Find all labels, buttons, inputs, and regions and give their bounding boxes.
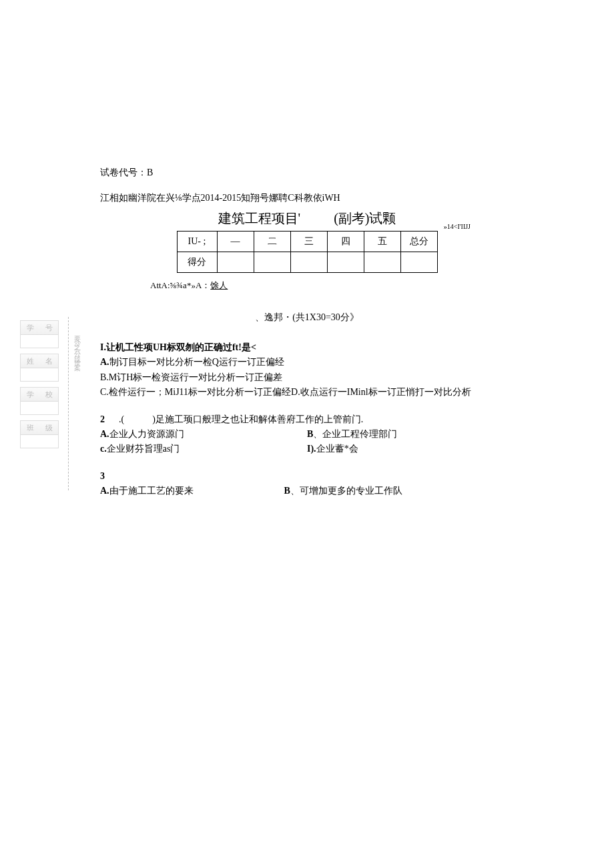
q3-num: 3 (100, 471, 105, 481)
table-cell: 四 (327, 232, 364, 252)
q1-optA: A.制订目标一对比分析一检Q运行一订正偏经 (100, 355, 514, 370)
option-text: 制订目标一对比分析一检Q运行一订正偏经 (109, 357, 284, 367)
question-2: 2 .( )足施工顼口般理之也让和解体善府工作的上管前门. A.企业人力资源源门… (100, 412, 514, 457)
table-cell (217, 252, 254, 273)
proposer-label: AttA:⅝¾a*»A： (150, 280, 210, 290)
table-cell: 三 (290, 232, 327, 252)
sidebar-label: 姓 (27, 356, 34, 366)
sidebar-blank (20, 435, 59, 448)
proposer-name: 馀人 (210, 280, 228, 290)
sidebar-label: 级 (45, 423, 53, 433)
table-cell: 二 (254, 232, 290, 252)
option-text: 、可增加更多的专业工作队 (290, 486, 402, 496)
table-cell (400, 252, 437, 273)
table-cell (254, 252, 290, 273)
sidebar-student-id: 学 号 (20, 320, 59, 335)
q2-num: 2 (100, 414, 105, 424)
table-cell (364, 252, 400, 273)
table-cell: 得分 (177, 252, 217, 273)
q2-optD: I).企业蓄*会 (307, 442, 514, 456)
q3-optB: B、可增加更多的专业工作队 (284, 484, 514, 498)
sidebar-name: 姓 名 (20, 354, 59, 368)
q3-optA: A.由于施工工艺的要来 (100, 484, 284, 498)
sidebar-label: 号 (45, 323, 53, 333)
option-text: 由于施工工艺的要来 (109, 486, 194, 496)
q1-optB: B.M订H标一检资运行一对比分析一订正偏差 (100, 370, 514, 385)
sidebar-label: 名 (45, 356, 53, 366)
sidebar-label: 学 (27, 323, 34, 333)
table-cell: — (217, 232, 254, 252)
table-cell: IU- ; (177, 232, 217, 252)
option-text: 企业蓄*会 (316, 444, 358, 454)
question-3: 3 A.由于施工工艺的要来 B、可增加更多的专业工作队 (100, 469, 514, 499)
section-title: 、逸邦・(共1X30=30分》 (100, 312, 514, 324)
exam-paper: 试卷代号：B 江相如幽洋院在兴⅛学点2014-2015知翔号娜聘C科教依iWH … (100, 167, 514, 511)
q1-optCD: C.检件运行一；MiJ11标一对比分析一订正偏经D.收点运行一IMinl标一订正… (100, 385, 514, 400)
q1-stem: I.让机工性项UH标双刎的正确过ft!是< (100, 342, 256, 352)
q2-optA: A.企业人力资源源门 (100, 427, 307, 442)
q2-optB: B、企业工程伶理部门 (307, 427, 514, 442)
q2-stem: .( )足施工顼口般理之也让和解体善府工作的上管前门. (119, 414, 363, 424)
proposer-line: AttA:⅝¾a*»A：馀人 (150, 280, 514, 292)
fold-line (68, 317, 69, 490)
sidebar-label: 班 (27, 423, 34, 433)
option-text: 企业财芬旨理as门 (107, 444, 180, 454)
table-cell: 总分 (400, 232, 437, 252)
sidebar-school: 学 校 (20, 387, 59, 402)
sidebar-blank (20, 368, 59, 382)
table-row: IU- ; — 二 三 四 五 总分 (177, 232, 437, 252)
sidebar-label: 校 (45, 390, 53, 400)
option-label: B (284, 486, 290, 496)
option-label: A. (100, 429, 109, 439)
score-table: IU- ; — 二 三 四 五 总分 得分 (177, 231, 438, 273)
table-row: 得分 (177, 252, 437, 273)
sub-title: (副考)试颗 (334, 209, 396, 228)
sidebar-class: 班 级 (20, 420, 59, 435)
option-label: A. (100, 486, 109, 496)
sidebar-blank (20, 335, 59, 348)
option-label: c. (100, 444, 107, 454)
title-row: 建筑工程项目' (副考)试颗 »14<I'IIJJ (100, 209, 514, 228)
main-title: 建筑工程项目' (218, 209, 301, 228)
q2-optC: c.企业财芬旨理as门 (100, 442, 307, 456)
sidebar-blank (20, 402, 59, 415)
option-text: 、企业工程伶理部门 (313, 429, 397, 439)
table-cell: 五 (364, 232, 400, 252)
sidebar-label: 学 (27, 390, 34, 400)
question-1: I.让机工性项UH标双刎的正确过ft!是< A.制订目标一对比分析一检Q运行一订… (100, 340, 514, 400)
option-label: B (307, 429, 313, 439)
option-label: I). (307, 444, 316, 454)
vertical-note: 要沙之六云毯世案 (72, 330, 81, 487)
paper-code: 试卷代号：B (100, 167, 514, 179)
table-cell (290, 252, 327, 273)
table-cell (327, 252, 364, 273)
title-note: »14<I'IIJJ (444, 223, 471, 230)
student-info-sidebar: 学 号 姓 名 学 校 班 级 (20, 320, 59, 448)
option-text: 企业人力资源源门 (109, 429, 184, 439)
school-info: 江相如幽洋院在兴⅛学点2014-2015知翔号娜聘C科教依iWH (100, 192, 514, 204)
